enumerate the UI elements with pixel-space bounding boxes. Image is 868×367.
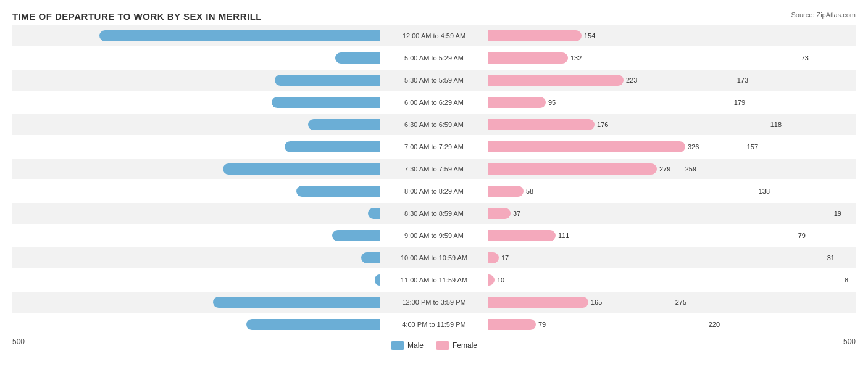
male-value: 19 [834,210,841,217]
table-row: 7:00 AM to 7:29 AM157326 [12,136,856,157]
male-bar [361,252,380,263]
axis-left: 500 [12,337,25,350]
female-bar-container [488,141,685,152]
table-row: 10:00 AM to 10:59 AM3117 [12,247,856,268]
male-bar-container [375,274,380,286]
male-value: 118 [770,121,782,128]
rows-wrapper: 12:00 AM to 4:59 AM4631545:00 AM to 5:29… [12,25,856,335]
male-bar [99,30,380,41]
male-bar-container [223,163,380,175]
legend-female: Female [436,341,477,350]
female-bar-container [488,319,536,330]
male-value: 173 [737,76,748,84]
male-bar [223,163,380,175]
male-bar [332,230,380,241]
male-bar-container [308,119,380,130]
table-row: 5:00 AM to 5:29 AM73132 [12,47,856,68]
time-label: 4:00 PM to 11:59 PM [402,321,465,328]
female-value: 326 [688,143,699,151]
female-bar-container [488,230,556,241]
source-label: Source: ZipAtlas.com [791,11,856,19]
male-bar-container [213,297,380,308]
axis-right: 500 [843,337,856,350]
female-bar [488,230,556,241]
legend-male: Male [391,341,424,350]
female-bar [488,52,568,64]
male-bar [308,119,380,130]
female-value: 279 [659,165,670,173]
male-label: Male [407,341,424,350]
male-bar-container [368,208,380,219]
female-value: 223 [626,76,637,84]
legend: Male Female [391,341,477,350]
female-bar [488,97,546,108]
female-bar-container [488,75,624,86]
male-value: 138 [759,188,770,195]
female-bar-container [488,52,568,64]
female-value: 10 [497,276,504,284]
male-value: 275 [675,299,686,306]
male-value: 79 [798,232,806,239]
male-bar-container [272,97,380,108]
female-bar-container [488,208,511,219]
time-label: 7:00 AM to 7:29 AM [404,143,464,151]
female-label: Female [453,341,477,350]
female-bar-container [488,252,499,263]
table-row: 5:30 AM to 5:59 AM173223 [12,70,856,91]
female-bar [488,252,499,263]
time-label: 11:00 AM to 11:59 AM [401,276,467,284]
chart-container: TIME OF DEPARTURE TO WORK BY SEX IN MERR… [0,0,868,367]
male-value: 157 [747,143,758,151]
time-label: 6:00 AM to 6:29 AM [404,99,464,106]
male-bar-container [275,75,380,86]
male-bar-container [285,141,380,152]
table-row: 8:00 AM to 8:29 AM13858 [12,181,856,202]
female-value: 154 [584,32,595,39]
male-value: 220 [709,321,720,328]
female-value: 165 [591,299,602,306]
female-bar-container [488,97,546,108]
male-bar-container [335,52,380,64]
female-bar [488,163,657,175]
time-label: 5:00 AM to 5:29 AM [404,54,464,62]
time-label: 8:30 AM to 8:59 AM [404,210,464,217]
male-bar [275,75,380,86]
male-value: 179 [734,99,745,106]
female-bar-container [488,274,495,286]
female-swatch [436,341,449,350]
male-bar [368,208,380,219]
time-label: 12:00 PM to 3:59 PM [402,299,465,306]
female-bar [488,297,588,308]
female-bar [488,30,582,41]
male-bar [335,52,380,64]
female-bar [488,186,524,197]
table-row: 12:00 AM to 4:59 AM463154 [12,25,856,46]
female-bar [488,319,536,330]
male-bar [246,319,380,330]
male-bar [285,141,380,152]
male-bar-container [99,30,380,41]
female-bar [488,208,511,219]
time-label: 7:30 AM to 7:59 AM [404,165,464,173]
time-label: 8:00 AM to 8:29 AM [404,188,464,195]
male-bar-container [332,230,380,241]
table-row: 9:00 AM to 9:59 AM79111 [12,225,856,246]
male-value: 8 [845,276,848,284]
male-value: 73 [801,54,809,62]
female-value: 79 [538,321,546,328]
male-bar-container [361,252,380,263]
female-bar [488,141,685,152]
table-row: 8:30 AM to 8:59 AM1937 [12,203,856,224]
female-bar-container [488,186,524,197]
female-value: 111 [558,232,569,239]
male-bar [272,97,380,108]
table-row: 7:30 AM to 7:59 AM259279 [12,159,856,179]
male-swatch [391,341,404,350]
female-value: 95 [548,99,556,106]
male-value: 31 [827,254,835,262]
table-row: 11:00 AM to 11:59 AM810 [12,270,856,291]
female-bar [488,75,624,86]
male-bar-container [296,186,380,197]
time-label: 9:00 AM to 9:59 AM [404,232,464,239]
female-value: 176 [597,121,608,128]
